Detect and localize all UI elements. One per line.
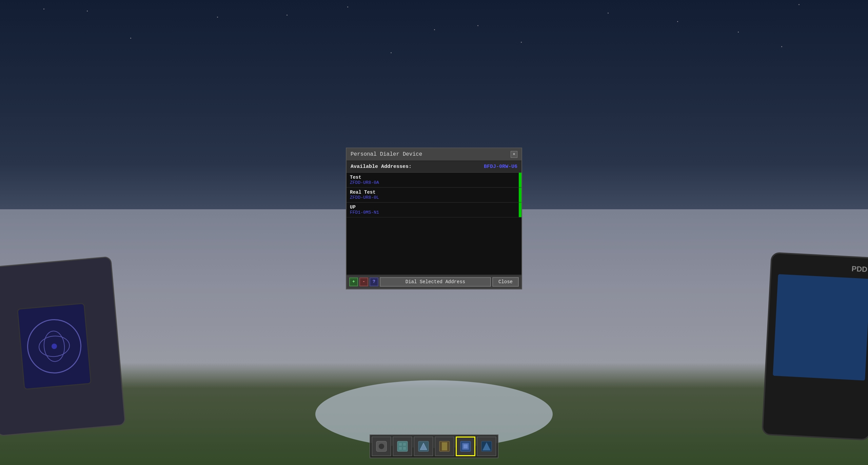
address-item-up-indicator (519, 202, 521, 217)
address-item-realtest[interactable]: Real Test ZFDD-UR8-0L (347, 188, 521, 202)
svg-point-4 (379, 444, 384, 449)
hotbar-slot-1[interactable] (372, 437, 391, 456)
dialog-title: Personal Dialer Device (351, 151, 422, 157)
svg-rect-13 (442, 442, 447, 450)
personal-dialer-dialog: Personal Dialer Device × Available Addre… (346, 148, 522, 289)
close-button[interactable]: Close (492, 277, 519, 287)
device-pattern (25, 317, 83, 375)
address-item-up-name: UP (350, 205, 515, 210)
address-list-empty (347, 217, 521, 272)
svg-rect-9 (403, 447, 406, 450)
svg-rect-6 (399, 443, 402, 446)
address-item-test-indicator (519, 173, 521, 187)
address-item-up-code: FFD1-0MS-N1 (350, 210, 515, 215)
svg-rect-5 (397, 441, 408, 451)
address-item-test-name: Test (350, 175, 515, 180)
current-address-value: BFDJ-0RW-U6 (484, 164, 517, 170)
hotbar-slot-3[interactable] (414, 437, 433, 456)
hotbar-slot-4[interactable] (435, 437, 454, 456)
dialog-footer: + - ? Dial Selected Address Close (347, 274, 521, 289)
svg-rect-8 (399, 447, 402, 450)
svg-rect-16 (463, 444, 468, 448)
remove-address-button[interactable]: - (359, 277, 368, 286)
dialog-titlebar: Personal Dialer Device × (347, 148, 521, 161)
address-list: Test ZFDD-UR8-0A Real Test ZFDD-UR8-0L U… (347, 173, 521, 274)
dial-selected-button[interactable]: Dial Selected Address (380, 277, 491, 287)
address-item-up-content: UP FFD1-0MS-N1 (347, 202, 519, 217)
pdd-label: PDD (851, 265, 868, 274)
hotbar (370, 434, 498, 458)
address-item-test-code: ZFDD-UR8-0A (350, 180, 515, 185)
address-item-test[interactable]: Test ZFDD-UR8-0A (347, 173, 521, 188)
add-address-button[interactable]: + (349, 277, 358, 286)
address-item-realtest-content: Real Test ZFDD-UR8-0L (347, 188, 519, 202)
address-item-realtest-indicator (519, 188, 521, 202)
right-device-pdd: PDD (762, 252, 868, 441)
svg-rect-7 (403, 443, 406, 446)
address-item-up[interactable]: UP FFD1-0MS-N1 (347, 202, 521, 217)
address-item-realtest-code: ZFDD-UR8-0L (350, 195, 515, 200)
address-header: Available Addresses: BFDJ-0RW-U6 (347, 161, 521, 173)
help-button[interactable]: ? (370, 277, 378, 286)
left-device (0, 256, 126, 436)
pdd-screen (773, 274, 868, 381)
available-addresses-label: Available Addresses: (351, 164, 412, 170)
hotbar-slot-5[interactable] (456, 437, 475, 456)
dialog-close-x-button[interactable]: × (511, 151, 517, 158)
hotbar-slot-2[interactable] (393, 437, 412, 456)
svg-point-2 (51, 343, 57, 349)
hotbar-slot-6[interactable] (477, 437, 496, 456)
left-device-screen (17, 303, 92, 390)
address-item-test-content: Test ZFDD-UR8-0A (347, 173, 519, 187)
address-item-realtest-name: Real Test (350, 190, 515, 195)
dialog-body: Available Addresses: BFDJ-0RW-U6 Test ZF… (347, 161, 521, 274)
